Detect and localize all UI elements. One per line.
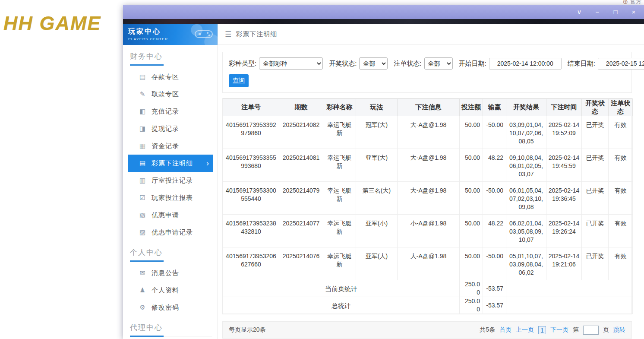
table-cell: 有效 [609, 116, 633, 149]
funds-record-icon: ▦ [138, 142, 147, 150]
table-cell: 幸运飞艇新 [323, 247, 356, 280]
table-cell: 401569173953300555440 [223, 182, 279, 215]
window-close-icon[interactable]: × [630, 9, 637, 16]
table-cell: 大-A盘@1.98 [398, 116, 460, 149]
summary-empty-cell [506, 297, 633, 314]
hamburger-menu-icon[interactable]: ☰ [225, 30, 231, 39]
bet-status-label: 注单状态: [394, 60, 421, 68]
sidebar-section-title: 代理中心 [123, 316, 218, 336]
window-minimize-icon[interactable]: − [594, 9, 601, 16]
table-cell: 20250214076 [279, 247, 323, 280]
promo-apply-record-icon: ▨ [138, 228, 147, 236]
column-header: 输赢 [483, 99, 506, 116]
table-cell: 06,01,05,04,07,02,03,10,09,08 [506, 182, 546, 215]
sidebar-item-label: 优惠申请 [152, 211, 179, 219]
per-page-text: 每页显示20条 [229, 326, 266, 334]
first-page-link[interactable]: 首页 [499, 326, 511, 334]
window-maximize-icon[interactable]: □ [612, 9, 619, 16]
sidebar-item[interactable]: ♟个人资料 [128, 282, 213, 299]
jump-page-input[interactable] [583, 326, 599, 335]
sidebar-item-label: 充值记录 [152, 108, 179, 116]
sidebar-item[interactable]: ☑玩家投注报表 [128, 189, 213, 206]
query-button[interactable]: 查询 [229, 74, 249, 87]
sidebar-item[interactable]: ◧充值记录 [128, 103, 213, 120]
lottery-type-select[interactable]: 全部彩种 [259, 57, 323, 70]
table-cell: 已开奖 [582, 215, 609, 247]
end-date-label: 结束日期: [568, 60, 595, 68]
sidebar-item[interactable]: ▥厅室投注记录 [128, 172, 213, 189]
table-cell: 幸运飞艇新 [323, 149, 356, 182]
summary-winlose-total: -53.57 [483, 297, 506, 314]
deposit-icon: ▤ [138, 73, 147, 81]
desktop: HH GAME ⊕ 官方 ∨ − □ × 玩家中心 PLAYERS CENTER [0, 0, 644, 339]
section-divider [123, 336, 218, 337]
section-accent-bar [130, 260, 164, 262]
player-bet-report-icon: ☑ [138, 194, 147, 202]
end-date-input[interactable] [598, 58, 644, 70]
lottery-bet-detail-icon: ▤ [138, 159, 147, 167]
summary-label: 当前页统计 [223, 280, 460, 297]
draw-status-select[interactable]: 全部 [359, 57, 388, 70]
sidebar-item-label: 厅室投注记录 [152, 177, 193, 185]
column-header: 期数 [279, 99, 323, 116]
promo-apply-icon: ▧ [138, 211, 147, 219]
gamepad-icon [194, 28, 213, 42]
table-cell: 09,10,08,04,06,01,02,05,03,07 [506, 149, 546, 182]
table-header-row: 注单号期数彩种名称玩法下注信息投注额输赢开奖结果下注时间开奖状态注单状态 [223, 99, 633, 116]
table-cell: -50.00 [483, 182, 506, 215]
table-cell: 第三名(大) [356, 182, 398, 215]
recharge-record-icon: ◧ [138, 108, 147, 115]
profile-user-icon: ♟ [138, 286, 147, 294]
sidebar-item-label: 存款专区 [152, 73, 179, 81]
sidebar-item-label: 资金记录 [152, 142, 179, 150]
sidebar-item[interactable]: ▧优惠申请 [128, 206, 213, 224]
column-header: 开奖结果 [506, 99, 546, 116]
table-cell: 大-A盘@1.98 [398, 247, 460, 280]
window-collapse-icon[interactable]: ∨ [576, 9, 583, 16]
sidebar-item[interactable]: ▨优惠申请记录 [128, 224, 213, 241]
table-row: 40156917395335599368020250214081幸运飞艇新亚军(… [223, 149, 633, 182]
bet-status-select[interactable]: 全部 [424, 57, 453, 70]
table-cell: 亚军(大) [356, 247, 398, 280]
table-cell: -50.00 [483, 116, 506, 149]
total-count-text: 共5条 [480, 326, 495, 334]
sidebar-item[interactable]: ▤彩票下注明细› [128, 155, 213, 172]
jump-button[interactable]: 跳转 [613, 326, 625, 334]
summary-row: 当前页统计250.00-53.57 [223, 280, 633, 297]
table-cell: 已开奖 [582, 247, 609, 280]
table-cell: 20250214077 [279, 215, 323, 247]
table-cell: 幸运飞艇新 [323, 182, 356, 215]
table-cell: 50.00 [460, 182, 483, 215]
table-row: 40156917395323843281020250214077幸运飞艇新亚军(… [223, 215, 633, 247]
current-page-number[interactable]: 1 [538, 326, 546, 334]
sidebar-section-title: 财务中心 [123, 45, 218, 64]
start-date-input[interactable] [489, 58, 562, 70]
sidebar-item[interactable]: ⚙修改密码 [128, 299, 213, 316]
app-logo: HH GAME [3, 12, 101, 35]
table-cell: 亚军(大) [356, 149, 398, 182]
summary-bet-total: 250.00 [460, 280, 483, 297]
table-cell: 401569173953206627660 [223, 247, 279, 280]
main-area: ☰ 彩票下注明细 彩种类型: 全部彩种 [218, 24, 644, 339]
pagination-bar: 每页显示20条 共5条 首页 上一页 1 下一页 第 页 跳转 [222, 321, 632, 339]
prev-page-link[interactable]: 上一页 [516, 326, 534, 334]
sidebar-item-label: 提现记录 [152, 125, 179, 133]
sidebar-item[interactable]: ✉消息公告 [128, 264, 213, 282]
table-cell: 48.22 [483, 149, 506, 182]
table-cell: 20250214079 [279, 182, 323, 215]
sidebar-item[interactable]: ✎取款专区 [128, 86, 213, 103]
sidebar-item[interactable]: ▦资金记录 [128, 137, 213, 155]
table-cell: 50.00 [460, 116, 483, 149]
table-cell: 有效 [609, 182, 633, 215]
next-page-link[interactable]: 下一页 [550, 326, 568, 334]
table-cell: 已开奖 [582, 149, 609, 182]
sidebar-item[interactable]: ▤存款专区 [128, 68, 213, 86]
table-cell: -50.00 [483, 247, 506, 280]
content-area: 彩种类型: 全部彩种 开奖状态: 全部 [218, 45, 644, 339]
sidebar-item[interactable]: ◨提现记录 [128, 120, 213, 137]
main-header: ☰ 彩票下注明细 [218, 24, 644, 45]
cashout-record-icon: ◨ [138, 125, 147, 133]
section-divider [123, 260, 218, 262]
table-cell: 03,09,01,04,10,07,02,06,08,05 [506, 116, 546, 149]
table-cell: 冠军(大) [356, 116, 398, 149]
